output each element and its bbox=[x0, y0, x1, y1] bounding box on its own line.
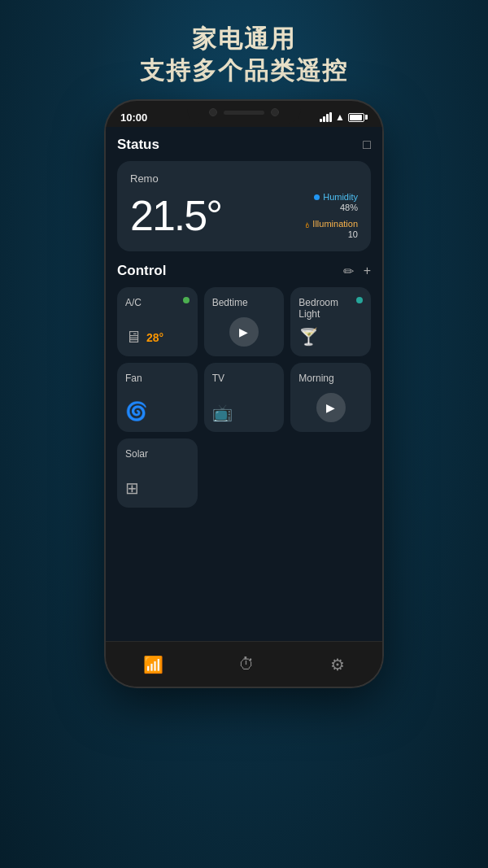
status-icons: ▲ bbox=[320, 111, 368, 123]
gear-nav-icon: ⚙ bbox=[330, 655, 345, 674]
bedtime-card-title: Bedtime bbox=[212, 297, 248, 308]
control-section-header: Control ✏ + bbox=[117, 263, 371, 279]
ac-temp-value: 28° bbox=[146, 331, 163, 344]
humidity-label: Humidity bbox=[323, 192, 358, 202]
tv-card-title: TV bbox=[212, 373, 224, 384]
status-section-header: Status □ bbox=[117, 137, 371, 153]
ac-card-title: A/C bbox=[125, 297, 142, 308]
header-title-line2: 支持多个品类遥控 bbox=[140, 55, 348, 86]
status-edit-icon[interactable]: □ bbox=[363, 137, 371, 152]
tv-icon: 📺 bbox=[212, 403, 233, 422]
battery-icon bbox=[348, 113, 368, 122]
phone-frame: 10:00 ▲ bbox=[106, 101, 382, 687]
illumination-dot-icon: 🕯 bbox=[303, 221, 309, 227]
ac-status-dot bbox=[183, 297, 190, 303]
compass-nav-icon: ⏱ bbox=[238, 655, 255, 674]
ac-icon: 🖥 bbox=[125, 328, 142, 347]
humidity-metric: Humidity 48% bbox=[314, 192, 358, 212]
notch-camera-2 bbox=[271, 108, 279, 116]
wifi-icon: ▲ bbox=[335, 111, 345, 123]
bedroom-light-status-dot bbox=[356, 297, 363, 303]
notch-speaker bbox=[224, 111, 264, 115]
notch-camera bbox=[209, 108, 217, 116]
temperature-display: 21.5° bbox=[130, 191, 221, 240]
morning-card-title: Morning bbox=[298, 373, 333, 384]
status-card: Remo 21.5° Humidity 48% bbox=[117, 161, 371, 251]
illumination-metric: 🕯 Illumination 10 bbox=[303, 219, 358, 239]
fan-card[interactable]: Fan 🌀 bbox=[117, 363, 198, 432]
bedroom-light-icon: 🍸 bbox=[298, 327, 319, 347]
humidity-value: 48% bbox=[314, 203, 358, 212]
control-edit-icon[interactable]: ✏ bbox=[343, 264, 354, 279]
fan-icon: 🌀 bbox=[125, 401, 147, 422]
phone-notch bbox=[187, 101, 301, 124]
illumination-label: Illumination bbox=[312, 219, 358, 229]
control-section-icons: ✏ + bbox=[343, 264, 371, 279]
bedtime-play-button[interactable]: ▶ bbox=[229, 317, 259, 347]
bedroom-light-card[interactable]: BedroomLight 🍸 bbox=[290, 287, 371, 356]
solar-card[interactable]: Solar ⊞ bbox=[117, 438, 198, 508]
ac-card[interactable]: A/C 🖥 28° bbox=[117, 287, 198, 356]
solar-icon: ⊞ bbox=[125, 478, 139, 498]
control-grid: A/C 🖥 28° Bedtime ▶ bbox=[117, 287, 371, 432]
status-card-label: Remo bbox=[130, 172, 358, 185]
status-card-body: 21.5° Humidity 48% 🕯 Illu bbox=[130, 191, 358, 240]
nav-settings[interactable]: ⚙ bbox=[330, 655, 345, 674]
screen-content: Status □ Remo 21.5° Humidity 48% bbox=[106, 127, 382, 641]
control-section-title: Control bbox=[117, 263, 166, 279]
header-title-line1: 家电通用 bbox=[140, 23, 348, 55]
fan-card-title: Fan bbox=[125, 373, 142, 384]
nav-wifi[interactable]: 📶 bbox=[143, 655, 163, 674]
bottom-nav: 📶 ⏱ ⚙ bbox=[106, 641, 382, 687]
tv-card[interactable]: TV 📺 bbox=[204, 363, 285, 432]
nav-home[interactable]: ⏱ bbox=[238, 655, 255, 674]
control-add-icon[interactable]: + bbox=[364, 264, 371, 278]
morning-card[interactable]: Morning ▶ bbox=[290, 363, 371, 432]
bedroom-light-card-title: BedroomLight bbox=[298, 297, 338, 321]
solar-card-title: Solar bbox=[125, 448, 148, 460]
humidity-dot-icon bbox=[314, 194, 320, 200]
status-time: 10:00 bbox=[120, 111, 147, 124]
header-text: 家电通用 支持多个品类遥控 bbox=[140, 23, 348, 86]
status-metrics: Humidity 48% 🕯 Illumination 10 bbox=[303, 192, 358, 239]
status-section-title: Status bbox=[117, 137, 159, 153]
illumination-value: 10 bbox=[303, 229, 358, 239]
wifi-nav-icon: 📶 bbox=[143, 655, 163, 674]
morning-play-button[interactable]: ▶ bbox=[316, 393, 346, 422]
bedtime-card[interactable]: Bedtime ▶ bbox=[204, 287, 285, 356]
signal-bars-icon bbox=[320, 112, 332, 122]
page-wrapper: 家电通用 支持多个品类遥控 10:00 ▲ bbox=[0, 0, 488, 868]
control-section: Control ✏ + A/C 🖥 bbox=[117, 263, 371, 508]
